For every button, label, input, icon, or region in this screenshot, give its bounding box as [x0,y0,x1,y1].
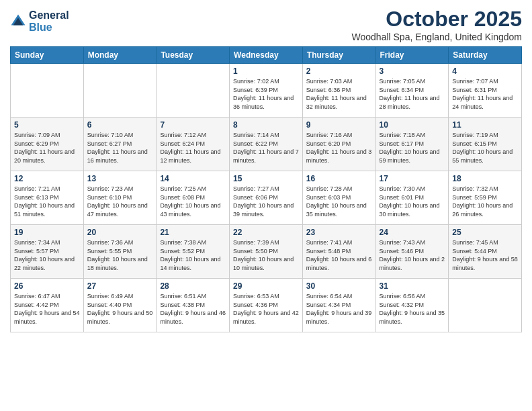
calendar-cell: 30Sunrise: 6:54 AM Sunset: 4:34 PM Dayli… [302,279,375,332]
day-info: Sunrise: 7:09 AM Sunset: 6:29 PM Dayligh… [14,131,80,165]
day-number: 4 [452,66,518,76]
title-block: October 2025 Woodhall Spa, England, Unit… [352,7,522,42]
day-number: 15 [233,174,299,183]
day-number: 11 [452,120,518,130]
day-number: 20 [87,228,153,237]
calendar-cell: 14Sunrise: 7:25 AM Sunset: 6:08 PM Dayli… [157,171,230,225]
calendar-cell [449,279,522,332]
day-number: 27 [87,281,153,291]
calendar-cell: 2Sunrise: 7:03 AM Sunset: 6:36 PM Daylig… [302,64,375,118]
day-info: Sunrise: 6:47 AM Sunset: 4:42 PM Dayligh… [14,292,80,326]
calendar-cell: 28Sunrise: 6:51 AM Sunset: 4:38 PM Dayli… [157,279,230,332]
day-info: Sunrise: 6:53 AM Sunset: 4:36 PM Dayligh… [233,292,299,326]
day-info: Sunrise: 7:28 AM Sunset: 6:03 PM Dayligh… [306,185,372,218]
calendar-table: Sunday Monday Tuesday Wednesday Thursday… [10,46,522,332]
logo: General Blue [10,9,69,33]
calendar-cell: 8Sunrise: 7:14 AM Sunset: 6:22 PM Daylig… [230,118,303,171]
calendar-cell: 15Sunrise: 7:27 AM Sunset: 6:06 PM Dayli… [230,171,303,225]
day-number: 14 [160,174,226,183]
day-number: 13 [87,174,153,183]
day-info: Sunrise: 6:54 AM Sunset: 4:34 PM Dayligh… [306,292,372,326]
day-info: Sunrise: 7:02 AM Sunset: 6:39 PM Dayligh… [233,77,299,111]
day-number: 24 [380,228,445,237]
col-wednesday: Wednesday [230,47,303,64]
calendar-row-3: 19Sunrise: 7:34 AM Sunset: 5:57 PM Dayli… [11,225,522,279]
calendar-cell: 4Sunrise: 7:07 AM Sunset: 6:31 PM Daylig… [449,64,522,118]
day-info: Sunrise: 7:39 AM Sunset: 5:50 PM Dayligh… [233,238,299,272]
day-info: Sunrise: 7:41 AM Sunset: 5:48 PM Dayligh… [306,238,372,272]
day-info: Sunrise: 7:18 AM Sunset: 6:17 PM Dayligh… [380,131,445,165]
col-sunday: Sunday [11,47,84,64]
day-info: Sunrise: 7:21 AM Sunset: 6:13 PM Dayligh… [14,185,80,218]
calendar-cell [157,64,230,118]
day-info: Sunrise: 7:03 AM Sunset: 6:36 PM Dayligh… [306,77,372,111]
calendar-cell: 5Sunrise: 7:09 AM Sunset: 6:29 PM Daylig… [11,118,84,171]
calendar-cell: 21Sunrise: 7:38 AM Sunset: 5:52 PM Dayli… [157,225,230,279]
day-number: 9 [306,120,372,130]
day-number: 2 [306,66,372,76]
calendar-cell: 6Sunrise: 7:10 AM Sunset: 6:27 PM Daylig… [83,118,157,171]
logo-icon [10,13,26,30]
day-number: 30 [306,281,372,291]
day-number: 18 [452,174,518,183]
logo-general: General [29,9,69,21]
day-info: Sunrise: 6:51 AM Sunset: 4:38 PM Dayligh… [160,292,226,326]
day-info: Sunrise: 7:25 AM Sunset: 6:08 PM Dayligh… [160,185,226,218]
calendar-body: 1Sunrise: 7:02 AM Sunset: 6:39 PM Daylig… [11,64,522,332]
calendar-cell: 7Sunrise: 7:12 AM Sunset: 6:24 PM Daylig… [157,118,230,171]
day-info: Sunrise: 6:56 AM Sunset: 4:32 PM Dayligh… [380,292,445,326]
day-number: 19 [14,228,80,237]
day-number: 28 [160,281,226,291]
page: General Blue October 2025 Woodhall Spa, … [0,0,532,411]
calendar-header-row: Sunday Monday Tuesday Wednesday Thursday… [11,47,522,64]
logo-text: General Blue [29,9,69,33]
day-info: Sunrise: 7:07 AM Sunset: 6:31 PM Dayligh… [452,77,518,111]
calendar-cell: 18Sunrise: 7:32 AM Sunset: 5:59 PM Dayli… [449,171,522,225]
col-saturday: Saturday [449,47,522,64]
calendar-cell: 12Sunrise: 7:21 AM Sunset: 6:13 PM Dayli… [11,171,84,225]
day-info: Sunrise: 7:36 AM Sunset: 5:55 PM Dayligh… [87,238,153,272]
day-number: 1 [233,66,299,76]
calendar-cell: 11Sunrise: 7:19 AM Sunset: 6:15 PM Dayli… [449,118,522,171]
calendar-row-4: 26Sunrise: 6:47 AM Sunset: 4:42 PM Dayli… [11,279,522,332]
col-friday: Friday [375,47,449,64]
month-title: October 2025 [352,7,522,32]
calendar-cell: 3Sunrise: 7:05 AM Sunset: 6:34 PM Daylig… [375,64,449,118]
calendar-cell: 22Sunrise: 7:39 AM Sunset: 5:50 PM Dayli… [230,225,303,279]
day-number: 7 [160,120,226,130]
day-number: 5 [14,120,80,130]
calendar-cell: 31Sunrise: 6:56 AM Sunset: 4:32 PM Dayli… [375,279,449,332]
day-info: Sunrise: 7:34 AM Sunset: 5:57 PM Dayligh… [14,238,80,272]
day-number: 23 [306,228,372,237]
calendar-cell [11,64,84,118]
day-info: Sunrise: 7:16 AM Sunset: 6:20 PM Dayligh… [306,131,372,165]
calendar-row-0: 1Sunrise: 7:02 AM Sunset: 6:39 PM Daylig… [11,64,522,118]
location: Woodhall Spa, England, United Kingdom [352,32,522,42]
day-info: Sunrise: 6:49 AM Sunset: 4:40 PM Dayligh… [87,292,153,326]
day-number: 8 [233,120,299,130]
calendar-cell: 16Sunrise: 7:28 AM Sunset: 6:03 PM Dayli… [302,171,375,225]
day-info: Sunrise: 7:30 AM Sunset: 6:01 PM Dayligh… [380,185,445,218]
day-info: Sunrise: 7:23 AM Sunset: 6:10 PM Dayligh… [87,185,153,218]
day-info: Sunrise: 7:10 AM Sunset: 6:27 PM Dayligh… [87,131,153,165]
day-number: 12 [14,174,80,183]
calendar-cell: 27Sunrise: 6:49 AM Sunset: 4:40 PM Dayli… [83,279,157,332]
logo-blue: Blue [29,21,69,34]
calendar-cell: 9Sunrise: 7:16 AM Sunset: 6:20 PM Daylig… [302,118,375,171]
col-thursday: Thursday [302,47,375,64]
day-info: Sunrise: 7:05 AM Sunset: 6:34 PM Dayligh… [380,77,445,111]
col-monday: Monday [83,47,157,64]
day-number: 29 [233,281,299,291]
day-number: 26 [14,281,80,291]
day-info: Sunrise: 7:14 AM Sunset: 6:22 PM Dayligh… [233,131,299,165]
day-info: Sunrise: 7:32 AM Sunset: 5:59 PM Dayligh… [452,185,518,218]
day-number: 16 [306,174,372,183]
calendar-cell: 29Sunrise: 6:53 AM Sunset: 4:36 PM Dayli… [230,279,303,332]
day-info: Sunrise: 7:12 AM Sunset: 6:24 PM Dayligh… [160,131,226,165]
calendar-cell: 13Sunrise: 7:23 AM Sunset: 6:10 PM Dayli… [83,171,157,225]
calendar-cell: 24Sunrise: 7:43 AM Sunset: 5:46 PM Dayli… [375,225,449,279]
calendar-cell: 10Sunrise: 7:18 AM Sunset: 6:17 PM Dayli… [375,118,449,171]
day-number: 25 [452,228,518,237]
calendar-cell: 25Sunrise: 7:45 AM Sunset: 5:44 PM Dayli… [449,225,522,279]
calendar-cell: 17Sunrise: 7:30 AM Sunset: 6:01 PM Dayli… [375,171,449,225]
